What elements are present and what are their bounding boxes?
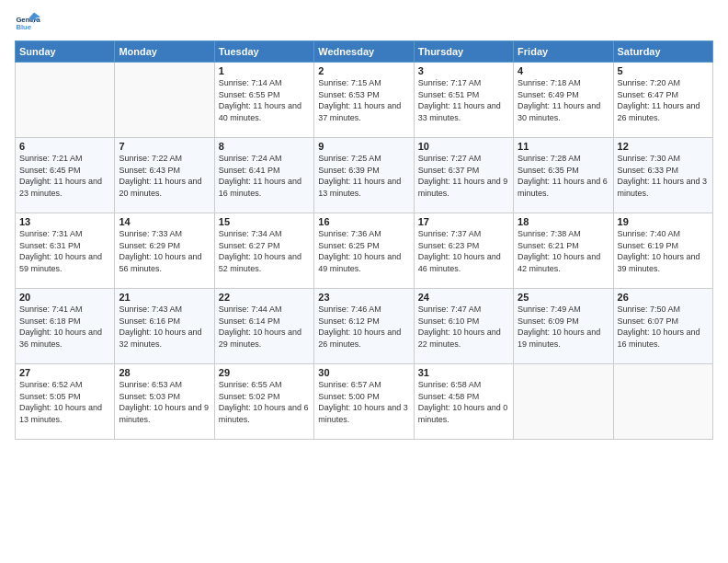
calendar-week-5: 27Sunrise: 6:52 AM Sunset: 5:05 PM Dayli… xyxy=(16,364,713,440)
day-info: Sunrise: 7:31 AM Sunset: 6:31 PM Dayligh… xyxy=(19,228,110,274)
logo-icon: General Blue xyxy=(15,9,40,35)
day-info: Sunrise: 6:55 AM Sunset: 5:02 PM Dayligh… xyxy=(219,379,310,425)
day-info: Sunrise: 7:33 AM Sunset: 6:29 PM Dayligh… xyxy=(119,228,210,274)
calendar-cell: 12Sunrise: 7:30 AM Sunset: 6:33 PM Dayli… xyxy=(613,138,712,213)
day-info: Sunrise: 7:40 AM Sunset: 6:19 PM Dayligh… xyxy=(618,228,709,274)
calendar-cell: 31Sunrise: 6:58 AM Sunset: 4:58 PM Dayli… xyxy=(414,364,513,440)
day-info: Sunrise: 7:22 AM Sunset: 6:43 PM Dayligh… xyxy=(119,153,210,199)
day-info: Sunrise: 7:17 AM Sunset: 6:51 PM Dayligh… xyxy=(418,77,509,123)
calendar-cell: 17Sunrise: 7:37 AM Sunset: 6:23 PM Dayli… xyxy=(414,213,513,289)
day-number: 15 xyxy=(219,216,310,227)
day-info: Sunrise: 7:14 AM Sunset: 6:55 PM Dayligh… xyxy=(219,77,310,123)
weekday-wednesday: Wednesday xyxy=(314,41,414,63)
day-number: 17 xyxy=(418,216,509,227)
day-number: 7 xyxy=(119,141,210,152)
weekday-tuesday: Tuesday xyxy=(214,41,313,63)
day-number: 21 xyxy=(119,292,210,303)
calendar-cell: 25Sunrise: 7:49 AM Sunset: 6:09 PM Dayli… xyxy=(514,289,613,364)
calendar-cell: 1Sunrise: 7:14 AM Sunset: 6:55 PM Daylig… xyxy=(214,63,313,138)
calendar-week-1: 1Sunrise: 7:14 AM Sunset: 6:55 PM Daylig… xyxy=(16,63,713,138)
calendar-cell: 13Sunrise: 7:31 AM Sunset: 6:31 PM Dayli… xyxy=(16,213,115,289)
day-info: Sunrise: 7:34 AM Sunset: 6:27 PM Dayligh… xyxy=(219,228,310,274)
calendar-cell: 2Sunrise: 7:15 AM Sunset: 6:53 PM Daylig… xyxy=(314,63,414,138)
day-number: 22 xyxy=(219,292,310,303)
calendar-cell: 23Sunrise: 7:46 AM Sunset: 6:12 PM Dayli… xyxy=(314,289,414,364)
calendar-week-4: 20Sunrise: 7:41 AM Sunset: 6:18 PM Dayli… xyxy=(16,289,713,364)
day-number: 28 xyxy=(119,367,210,378)
day-number: 12 xyxy=(618,141,709,152)
day-info: Sunrise: 7:24 AM Sunset: 6:41 PM Dayligh… xyxy=(219,153,310,199)
day-info: Sunrise: 7:47 AM Sunset: 6:10 PM Dayligh… xyxy=(418,304,509,350)
day-info: Sunrise: 6:57 AM Sunset: 5:00 PM Dayligh… xyxy=(318,379,409,425)
day-number: 30 xyxy=(318,367,409,378)
calendar-cell xyxy=(514,364,613,440)
calendar-cell: 10Sunrise: 7:27 AM Sunset: 6:37 PM Dayli… xyxy=(414,138,513,213)
weekday-saturday: Saturday xyxy=(613,41,712,63)
day-number: 31 xyxy=(418,367,509,378)
page-header: General Blue xyxy=(15,9,713,35)
calendar-cell: 19Sunrise: 7:40 AM Sunset: 6:19 PM Dayli… xyxy=(613,213,712,289)
day-number: 8 xyxy=(219,141,310,152)
day-info: Sunrise: 7:49 AM Sunset: 6:09 PM Dayligh… xyxy=(518,304,609,350)
calendar-cell: 5Sunrise: 7:20 AM Sunset: 6:47 PM Daylig… xyxy=(613,63,712,138)
day-number: 27 xyxy=(19,367,110,378)
calendar-cell: 7Sunrise: 7:22 AM Sunset: 6:43 PM Daylig… xyxy=(115,138,214,213)
day-info: Sunrise: 7:15 AM Sunset: 6:53 PM Dayligh… xyxy=(318,77,409,123)
day-number: 24 xyxy=(418,292,509,303)
day-info: Sunrise: 7:25 AM Sunset: 6:39 PM Dayligh… xyxy=(318,153,409,199)
day-info: Sunrise: 7:50 AM Sunset: 6:07 PM Dayligh… xyxy=(618,304,709,350)
day-number: 14 xyxy=(119,216,210,227)
calendar-cell: 20Sunrise: 7:41 AM Sunset: 6:18 PM Dayli… xyxy=(16,289,115,364)
day-info: Sunrise: 7:36 AM Sunset: 6:25 PM Dayligh… xyxy=(318,228,409,274)
calendar-cell: 8Sunrise: 7:24 AM Sunset: 6:41 PM Daylig… xyxy=(214,138,313,213)
calendar-cell: 18Sunrise: 7:38 AM Sunset: 6:21 PM Dayli… xyxy=(514,213,613,289)
day-number: 9 xyxy=(318,141,409,152)
day-number: 23 xyxy=(318,292,409,303)
calendar-cell xyxy=(16,63,115,138)
day-number: 3 xyxy=(418,65,509,76)
weekday-sunday: Sunday xyxy=(16,41,115,63)
calendar-cell: 16Sunrise: 7:36 AM Sunset: 6:25 PM Dayli… xyxy=(314,213,414,289)
day-number: 11 xyxy=(518,141,609,152)
day-number: 20 xyxy=(19,292,110,303)
calendar-cell: 24Sunrise: 7:47 AM Sunset: 6:10 PM Dayli… xyxy=(414,289,513,364)
weekday-monday: Monday xyxy=(115,41,214,63)
svg-text:Blue: Blue xyxy=(16,23,31,31)
day-number: 10 xyxy=(418,141,509,152)
calendar-cell: 11Sunrise: 7:28 AM Sunset: 6:35 PM Dayli… xyxy=(514,138,613,213)
day-info: Sunrise: 7:38 AM Sunset: 6:21 PM Dayligh… xyxy=(518,228,609,274)
calendar-cell: 21Sunrise: 7:43 AM Sunset: 6:16 PM Dayli… xyxy=(115,289,214,364)
calendar-cell: 14Sunrise: 7:33 AM Sunset: 6:29 PM Dayli… xyxy=(115,213,214,289)
day-number: 26 xyxy=(618,292,709,303)
calendar-cell: 28Sunrise: 6:53 AM Sunset: 5:03 PM Dayli… xyxy=(115,364,214,440)
calendar-cell: 6Sunrise: 7:21 AM Sunset: 6:45 PM Daylig… xyxy=(16,138,115,213)
day-number: 2 xyxy=(318,65,409,76)
calendar-cell: 30Sunrise: 6:57 AM Sunset: 5:00 PM Dayli… xyxy=(314,364,414,440)
day-number: 19 xyxy=(618,216,709,227)
day-info: Sunrise: 6:52 AM Sunset: 5:05 PM Dayligh… xyxy=(19,379,110,425)
calendar-cell xyxy=(115,63,214,138)
day-info: Sunrise: 7:46 AM Sunset: 6:12 PM Dayligh… xyxy=(318,304,409,350)
weekday-header-row: SundayMondayTuesdayWednesdayThursdayFrid… xyxy=(16,41,713,63)
day-number: 16 xyxy=(318,216,409,227)
day-info: Sunrise: 7:18 AM Sunset: 6:49 PM Dayligh… xyxy=(518,77,609,123)
day-number: 1 xyxy=(219,65,310,76)
weekday-thursday: Thursday xyxy=(414,41,513,63)
calendar-cell: 9Sunrise: 7:25 AM Sunset: 6:39 PM Daylig… xyxy=(314,138,414,213)
day-info: Sunrise: 7:30 AM Sunset: 6:33 PM Dayligh… xyxy=(618,153,709,199)
calendar-cell: 3Sunrise: 7:17 AM Sunset: 6:51 PM Daylig… xyxy=(414,63,513,138)
calendar-cell xyxy=(613,364,712,440)
calendar-cell: 4Sunrise: 7:18 AM Sunset: 6:49 PM Daylig… xyxy=(514,63,613,138)
day-number: 13 xyxy=(19,216,110,227)
calendar-cell: 26Sunrise: 7:50 AM Sunset: 6:07 PM Dayli… xyxy=(613,289,712,364)
day-number: 25 xyxy=(518,292,609,303)
calendar-cell: 15Sunrise: 7:34 AM Sunset: 6:27 PM Dayli… xyxy=(214,213,313,289)
calendar-cell: 27Sunrise: 6:52 AM Sunset: 5:05 PM Dayli… xyxy=(16,364,115,440)
day-info: Sunrise: 7:43 AM Sunset: 6:16 PM Dayligh… xyxy=(119,304,210,350)
day-info: Sunrise: 7:37 AM Sunset: 6:23 PM Dayligh… xyxy=(418,228,509,274)
day-info: Sunrise: 7:27 AM Sunset: 6:37 PM Dayligh… xyxy=(418,153,509,199)
calendar-cell: 29Sunrise: 6:55 AM Sunset: 5:02 PM Dayli… xyxy=(214,364,313,440)
weekday-friday: Friday xyxy=(514,41,613,63)
day-info: Sunrise: 6:53 AM Sunset: 5:03 PM Dayligh… xyxy=(119,379,210,425)
day-info: Sunrise: 7:21 AM Sunset: 6:45 PM Dayligh… xyxy=(19,153,110,199)
